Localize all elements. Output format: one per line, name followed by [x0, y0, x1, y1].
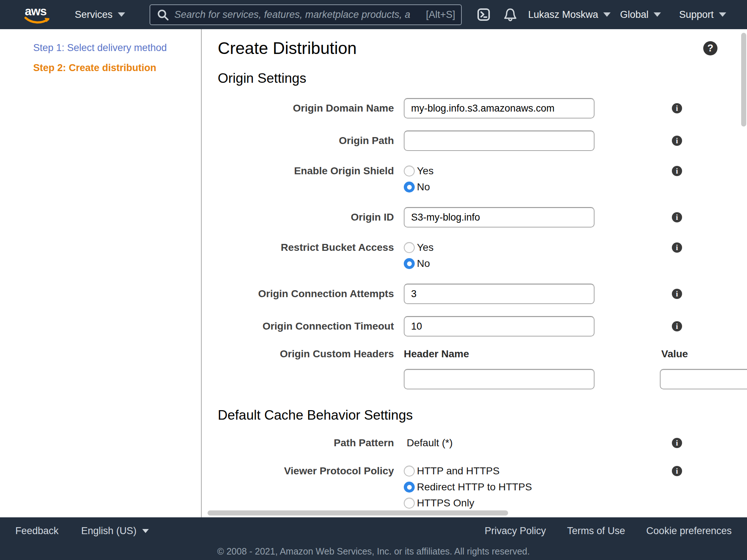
- support-menu[interactable]: Support: [679, 0, 726, 29]
- form-row-restrict-bucket-access: Restrict Bucket AccessYesNoi: [218, 240, 747, 272]
- console-footer: Feedback English (US) Privacy Policy Ter…: [0, 517, 747, 560]
- info-icon[interactable]: i: [672, 466, 682, 476]
- radio-option-label: Yes: [417, 165, 434, 177]
- support-menu-label: Support: [679, 9, 714, 20]
- radio-option-label: Yes: [417, 242, 434, 253]
- wizard-steps-sidebar: Step 1: Select delivery method Step 2: C…: [0, 29, 202, 517]
- viewer-protocol-policy-option-https-only[interactable]: HTTPS Only: [404, 495, 662, 511]
- form-row-enable-origin-shield: Enable Origin ShieldYesNoi: [218, 163, 747, 195]
- radio-option-label: Redirect HTTP to HTTPS: [417, 481, 532, 493]
- origin-path-input[interactable]: [404, 131, 595, 151]
- field-label: Origin Custom Headers: [218, 349, 394, 391]
- create-distribution-form: ? Create Distribution Origin SettingsOri…: [202, 29, 747, 517]
- chevron-down-icon: [603, 12, 611, 17]
- chevron-down-icon: [118, 12, 125, 17]
- services-label: Services: [75, 9, 113, 20]
- chevron-down-icon: [719, 12, 726, 17]
- cloudshell-button[interactable]: [476, 0, 491, 29]
- field-label: Origin ID: [218, 211, 394, 223]
- viewer-protocol-policy-option-http-and-https[interactable]: HTTP and HTTPS: [404, 463, 662, 479]
- aws-logo[interactable]: aws: [21, 0, 53, 29]
- field-label: Viewer Protocol Policy: [218, 463, 394, 511]
- field-label: Restrict Bucket Access: [218, 240, 394, 272]
- form-row-origin-id: Origin IDi: [218, 207, 747, 228]
- cloudshell-terminal-icon: [476, 7, 491, 22]
- search-shortcut-hint: [Alt+S]: [426, 9, 455, 20]
- info-icon[interactable]: i: [672, 438, 682, 448]
- form-row-origin-domain-name: Origin Domain Namei: [218, 98, 747, 118]
- form-row-origin-connection-attempts: Origin Connection Attemptsi: [218, 284, 747, 304]
- region-menu[interactable]: Global: [620, 0, 661, 29]
- search-input[interactable]: [174, 9, 421, 20]
- viewer-protocol-policy-option-redirect-http-to-https[interactable]: Redirect HTTP to HTTPS: [404, 479, 662, 495]
- copyright-text: © 2008 - 2021, Amazon Web Services, Inc.…: [0, 546, 747, 557]
- form-sections: Origin SettingsOrigin Domain NameiOrigin…: [218, 70, 747, 511]
- bell-icon: [503, 7, 518, 22]
- top-navbar: aws Services [Alt+S] Lukasz Moskwa: [0, 0, 747, 29]
- restrict-bucket-access-option-yes[interactable]: Yes: [404, 240, 662, 256]
- radio-unselected-icon[interactable]: [404, 466, 415, 477]
- info-icon[interactable]: i: [672, 136, 682, 146]
- help-icon[interactable]: ?: [703, 41, 717, 55]
- field-label: Origin Connection Attempts: [218, 288, 394, 300]
- origin-connection-timeout-input[interactable]: [404, 316, 595, 337]
- field-label: Enable Origin Shield: [218, 163, 394, 195]
- chevron-down-icon: [142, 529, 149, 533]
- field-label: Origin Path: [218, 135, 394, 147]
- form-row-path-pattern: Path PatternDefault (*)i: [218, 435, 747, 451]
- global-search: [Alt+S]: [150, 4, 462, 25]
- svg-text:aws: aws: [25, 4, 46, 18]
- page-title: Create Distribution: [218, 38, 747, 58]
- info-icon[interactable]: i: [672, 242, 682, 253]
- custom-header-value-input[interactable]: [660, 369, 747, 389]
- privacy-policy-link[interactable]: Privacy Policy: [485, 525, 546, 537]
- sidebar-step-1[interactable]: Step 1: Select delivery method: [33, 42, 201, 53]
- info-icon[interactable]: i: [672, 103, 682, 113]
- custom-header-name-input[interactable]: [404, 369, 595, 389]
- account-menu[interactable]: Lukasz Moskwa: [528, 0, 611, 29]
- radio-unselected-icon[interactable]: [404, 498, 415, 509]
- radio-selected-icon[interactable]: [404, 182, 415, 192]
- enable-origin-shield-option-yes[interactable]: Yes: [404, 163, 662, 179]
- form-row-viewer-protocol-policy: Viewer Protocol PolicyHTTP and HTTPSRedi…: [218, 463, 747, 511]
- radio-unselected-icon[interactable]: [404, 242, 415, 253]
- services-menu[interactable]: Services: [75, 0, 125, 29]
- region-menu-label: Global: [620, 9, 649, 20]
- search-icon: [157, 9, 169, 21]
- aws-logo-icon: aws: [21, 4, 53, 25]
- form-row-origin-path: Origin Pathi: [218, 131, 747, 151]
- enable-origin-shield-option-no[interactable]: No: [404, 179, 662, 195]
- field-label: Path Pattern: [218, 437, 394, 449]
- info-icon[interactable]: i: [672, 321, 682, 331]
- value-column-label: Value: [661, 349, 688, 359]
- header-name-column-label: Header Name: [404, 349, 469, 359]
- radio-option-label: HTTP and HTTPS: [417, 465, 500, 477]
- restrict-bucket-access-option-no[interactable]: No: [404, 256, 662, 272]
- horizontal-scrollbar-thumb[interactable]: [208, 510, 508, 516]
- radio-option-label: No: [417, 181, 430, 193]
- info-icon[interactable]: i: [672, 289, 682, 299]
- form-row-origin-connection-timeout: Origin Connection Timeouti: [218, 316, 747, 337]
- info-icon[interactable]: i: [672, 212, 682, 222]
- terms-of-use-link[interactable]: Terms of Use: [567, 525, 625, 537]
- notifications-button[interactable]: [503, 0, 518, 29]
- chevron-down-icon: [654, 12, 661, 17]
- radio-selected-icon[interactable]: [404, 482, 415, 493]
- account-menu-label: Lukasz Moskwa: [528, 9, 598, 20]
- sidebar-step-2-current: Step 2: Create distribution: [33, 62, 201, 73]
- vertical-scrollbar-thumb[interactable]: [741, 33, 746, 127]
- field-label: Origin Connection Timeout: [218, 320, 394, 332]
- section-title-origin-settings: Origin Settings: [218, 70, 747, 87]
- radio-option-label: HTTPS Only: [417, 497, 474, 509]
- section-title-default-cache-behavior-settings: Default Cache Behavior Settings: [218, 407, 747, 424]
- origin-connection-attempts-input[interactable]: [404, 284, 595, 304]
- origin-domain-name-input[interactable]: [404, 98, 595, 118]
- radio-unselected-icon[interactable]: [404, 166, 415, 176]
- language-selector[interactable]: English (US): [81, 525, 149, 537]
- info-icon[interactable]: i: [672, 166, 682, 176]
- radio-selected-icon[interactable]: [404, 258, 415, 269]
- form-row-origin-custom-headers: Origin Custom HeadersHeader NameValue: [218, 349, 747, 391]
- cookie-preferences-link[interactable]: Cookie preferences: [646, 525, 732, 537]
- origin-id-input[interactable]: [404, 207, 595, 228]
- feedback-link[interactable]: Feedback: [15, 525, 59, 537]
